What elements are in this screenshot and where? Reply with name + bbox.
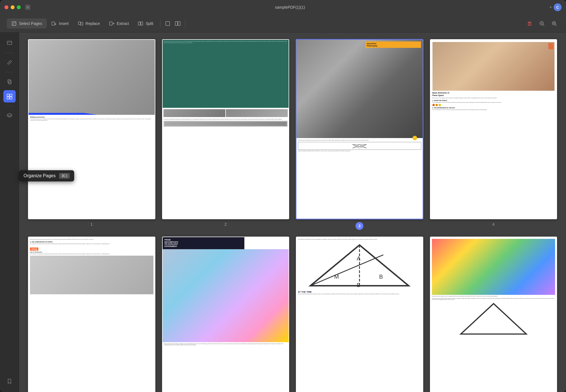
page-item-2[interactable]: 2 The practical results show that throug… xyxy=(162,39,289,230)
svg-marker-49 xyxy=(461,304,526,334)
replace-label: Replace xyxy=(86,21,100,26)
app-window: ✕ samplePDF(1)(1) + C Select Pages xyxy=(0,0,566,392)
insert-button[interactable]: Insert xyxy=(47,18,73,29)
svg-rect-10 xyxy=(138,22,140,25)
page-corner-num-2: 2 xyxy=(285,41,286,45)
avatar: C xyxy=(554,3,562,11)
page-thumb-1[interactable]: 1 Building environment Combined with pra… xyxy=(28,39,155,219)
svg-rect-0 xyxy=(12,22,16,25)
svg-rect-32 xyxy=(7,97,9,99)
extract-label: Extract xyxy=(117,21,129,26)
sidebar-divider-3 xyxy=(5,106,14,106)
view-single-button[interactable] xyxy=(163,18,173,29)
delete-button[interactable] xyxy=(525,18,535,29)
maximize-window-button[interactable] xyxy=(17,5,21,9)
tooltip-label: Organize Pages xyxy=(24,173,56,178)
page-item-3[interactable]: GeometricPhilosophy The specific point o… xyxy=(296,39,423,230)
zoom-out-button[interactable] xyxy=(537,18,547,29)
svg-rect-15 xyxy=(178,22,180,25)
sidebar-item-bookmark[interactable] xyxy=(3,375,16,388)
svg-rect-16 xyxy=(528,22,531,25)
insert-icon xyxy=(51,21,57,26)
zoom-in-button[interactable] xyxy=(549,18,559,29)
split-button[interactable]: Split xyxy=(133,18,158,29)
svg-rect-29 xyxy=(9,81,11,84)
page-item-5[interactable]: Points also have dominant and recessive … xyxy=(28,237,155,392)
pages-grid: 1 Building environment Combined with pra… xyxy=(28,39,557,392)
traffic-lights xyxy=(4,5,21,9)
extract-icon xyxy=(109,21,114,26)
svg-rect-11 xyxy=(141,22,143,25)
svg-rect-28 xyxy=(8,80,10,83)
svg-rect-14 xyxy=(175,22,177,25)
svg-rect-1 xyxy=(13,23,16,25)
split-label: Split xyxy=(146,21,153,26)
replace-icon xyxy=(78,21,83,26)
toolbar: Select Pages Insert Replace xyxy=(0,15,566,32)
select-pages-icon xyxy=(11,21,17,26)
organize-pages-tooltip: Organize Pages ⌘3 xyxy=(19,170,74,181)
page-thumb-7[interactable]: These studies laid the foundation for th… xyxy=(296,237,423,392)
svg-line-25 xyxy=(555,25,556,26)
select-pages-label: Select Pages xyxy=(19,21,42,26)
tooltip-shortcut: ⌘3 xyxy=(59,173,70,179)
page-thumb-8[interactable]: This experiment can be repeated over and… xyxy=(430,237,557,392)
svg-rect-30 xyxy=(7,94,9,96)
pages-content[interactable]: 1 Building environment Combined with pra… xyxy=(19,32,566,392)
minimize-window-button[interactable] xyxy=(11,5,15,9)
close-window-button[interactable] xyxy=(4,5,8,9)
toolbar-separator-1 xyxy=(160,20,160,27)
page-thumb-6[interactable]: PRISMDECOMPOSITION SUNLIGHTEXPERIMENT Ne… xyxy=(162,237,289,392)
sidebar-item-organize[interactable] xyxy=(3,90,16,102)
page-item-8[interactable]: This experiment can be repeated over and… xyxy=(430,237,557,392)
page-thumb-3[interactable]: GeometricPhilosophy The specific point o… xyxy=(296,39,423,219)
page-num-4: 4 xyxy=(492,222,495,227)
svg-line-48 xyxy=(310,255,383,286)
page-thumb-5[interactable]: Points also have dominant and recessive … xyxy=(28,237,155,392)
sidebar-divider-2 xyxy=(5,72,14,72)
sidebar-item-layers[interactable] xyxy=(3,109,16,122)
page-thumb-4[interactable]: Basic Elements ofPlane Space Any art con… xyxy=(430,39,557,219)
new-tab-button[interactable]: + xyxy=(548,4,554,10)
page-thumb-2[interactable]: 2 The practical results show that throug… xyxy=(162,39,289,219)
view-double-button[interactable] xyxy=(173,18,183,29)
page-item-6[interactable]: PRISMDECOMPOSITION SUNLIGHTEXPERIMENT Ne… xyxy=(162,237,289,392)
main-area: Organize Pages ⌘3 xyxy=(0,32,566,392)
toolbar-right-actions xyxy=(525,18,559,29)
page-num-2: 2 xyxy=(224,222,227,227)
page-num-1: 1 xyxy=(90,222,93,227)
svg-text:A: A xyxy=(357,256,361,262)
sidebar: Organize Pages ⌘3 xyxy=(0,32,19,392)
svg-rect-13 xyxy=(166,22,170,25)
sidebar-item-menu[interactable] xyxy=(3,37,16,49)
svg-rect-26 xyxy=(7,41,12,45)
replace-button[interactable]: Replace xyxy=(73,18,104,29)
sidebar-item-pages[interactable] xyxy=(3,76,16,88)
svg-line-21 xyxy=(543,25,544,26)
svg-rect-6 xyxy=(81,22,83,25)
insert-label: Insert xyxy=(59,21,69,26)
svg-rect-8 xyxy=(109,22,112,25)
svg-rect-5 xyxy=(78,22,81,25)
svg-rect-31 xyxy=(10,94,12,96)
extract-button[interactable]: Extract xyxy=(104,18,134,29)
page-item-4[interactable]: Basic Elements ofPlane Space Any art con… xyxy=(430,39,557,230)
window-title: samplePDF(1)(1) xyxy=(32,5,548,10)
titlebar: ✕ samplePDF(1)(1) + C xyxy=(0,0,566,15)
page-item-1[interactable]: 1 Building environment Combined with pra… xyxy=(28,39,155,230)
select-pages-button[interactable]: Select Pages xyxy=(7,18,47,29)
svg-rect-2 xyxy=(52,22,55,25)
svg-text:B: B xyxy=(379,274,383,280)
sidebar-item-edit[interactable] xyxy=(3,56,16,69)
sidebar-divider-1 xyxy=(5,53,14,53)
tab-close-button[interactable]: ✕ xyxy=(25,5,30,10)
toolbar-separator-2 xyxy=(185,20,185,27)
split-icon xyxy=(138,21,143,26)
page-num-badge-3: 3 xyxy=(355,222,363,230)
page-item-7[interactable]: These studies laid the foundation for th… xyxy=(296,237,423,392)
svg-rect-33 xyxy=(10,97,12,99)
